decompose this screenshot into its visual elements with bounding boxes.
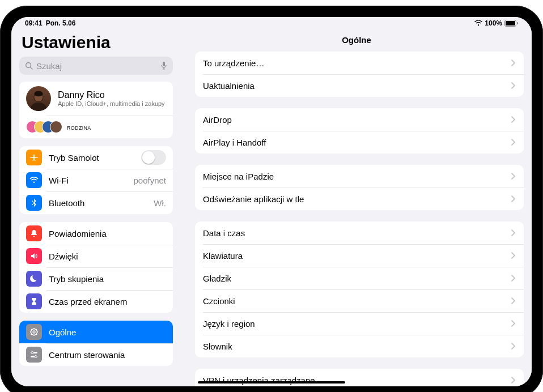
- search-icon: [25, 62, 33, 70]
- svg-line-4: [31, 67, 33, 70]
- svg-rect-5: [163, 62, 165, 66]
- detail-row[interactable]: AirDrop: [195, 108, 524, 131]
- family-row[interactable]: Rodzina: [19, 116, 173, 138]
- content-area: Ustawienia: [11, 29, 532, 386]
- sidebar-item-label: Czas przed ekranem: [49, 297, 166, 306]
- detail-group: AirDropAirPlay i Handoff: [195, 108, 524, 154]
- wifi-row-icon: [26, 172, 42, 188]
- detail-row-label: To urządzenie…: [203, 58, 511, 68]
- detail-row-label: AirPlay i Handoff: [203, 138, 511, 147]
- svg-point-24: [35, 356, 37, 358]
- chevron-right-icon: [511, 139, 516, 146]
- detail-row[interactable]: To urządzenie…: [195, 52, 524, 74]
- control-center-row[interactable]: Centrum sterowania: [19, 343, 173, 366]
- avatar: [26, 86, 51, 111]
- sidebar[interactable]: Ustawienia: [11, 29, 181, 386]
- svg-rect-2: [517, 22, 518, 24]
- svg-point-10: [34, 91, 43, 97]
- chevron-right-icon: [511, 195, 516, 202]
- detail-group: Data i czasKlawiaturaGładzikCzcionkiJęzy…: [195, 221, 524, 357]
- detail-row-label: Miejsce na iPadzie: [203, 172, 511, 181]
- detail-group: To urządzenie…Uaktualnienia: [195, 52, 524, 97]
- detail-row-label: Słownik: [203, 342, 511, 351]
- detail-row[interactable]: AirPlay i Handoff: [195, 131, 524, 154]
- chevron-right-icon: [511, 59, 516, 66]
- chevron-right-icon: [511, 320, 516, 327]
- svg-point-23: [31, 352, 33, 354]
- detail-row-label: Czcionki: [203, 296, 511, 306]
- ipad-frame: 09:41 Pon. 5.06 100% Ustawienia: [0, 6, 543, 392]
- focus-row[interactable]: Tryb skupienia: [19, 267, 173, 290]
- wifi-row[interactable]: Wi-Fi poofynet: [19, 169, 173, 191]
- sidebar-item-label: Dźwięki: [49, 252, 166, 261]
- detail-title: Ogólne: [181, 29, 532, 52]
- sounds-row[interactable]: Dźwięki: [19, 245, 173, 267]
- detail-pane[interactable]: Ogólne To urządzenie…UaktualnieniaAirDro…: [181, 29, 532, 386]
- detail-row-label: Uaktualnienia: [203, 81, 511, 91]
- detail-group: VPN i urządzenia zarządzane: [195, 369, 524, 386]
- account-group: Danny Rico Apple ID, iCloud+, multimedia…: [19, 82, 173, 138]
- detail-group: Miejsce na iPadzieOdświeżanie aplikacji …: [195, 165, 524, 210]
- home-indicator[interactable]: [198, 381, 345, 384]
- family-label: Rodzina: [67, 123, 166, 131]
- chevron-right-icon: [511, 116, 516, 123]
- gear-icon: [26, 324, 42, 340]
- detail-row[interactable]: VPN i urządzenia zarządzane: [195, 369, 524, 386]
- sliders-icon: [26, 347, 42, 363]
- detail-row-label: Klawiatura: [203, 251, 511, 261]
- detail-row-label: Data i czas: [203, 228, 511, 238]
- status-bar: 09:41 Pon. 5.06 100%: [11, 17, 532, 29]
- bell-icon: [26, 225, 42, 241]
- family-avatars: [26, 121, 62, 133]
- chevron-right-icon: [511, 297, 516, 304]
- system-group: Ogólne Centrum sterowania: [19, 321, 173, 366]
- airplane-row[interactable]: Tryb Samolot: [19, 146, 173, 169]
- detail-row[interactable]: Język i region: [195, 312, 524, 335]
- notifications-row[interactable]: Powiadomienia: [19, 222, 173, 245]
- detail-row[interactable]: Gładzik: [195, 267, 524, 289]
- hourglass-icon: [26, 293, 42, 309]
- account-subtitle: Apple ID, iCloud+, multimedia i zakupy: [58, 100, 165, 107]
- bluetooth-row[interactable]: Bluetooth Wł.: [19, 191, 173, 214]
- speaker-icon: [26, 248, 42, 264]
- apple-id-row[interactable]: Danny Rico Apple ID, iCloud+, multimedia…: [19, 82, 173, 116]
- sidebar-item-label: Tryb skupienia: [49, 274, 166, 284]
- notifications-group: Powiadomienia Dźwięki Tryb skupienia: [19, 222, 173, 313]
- general-row[interactable]: Ogólne: [19, 321, 173, 343]
- connectivity-group: Tryb Samolot Wi-Fi poofynet: [19, 146, 173, 214]
- detail-row[interactable]: Klawiatura: [195, 244, 524, 267]
- status-time: 09:41: [25, 19, 43, 27]
- sidebar-title: Ustawienia: [17, 29, 175, 57]
- search-field[interactable]: [19, 57, 173, 75]
- chevron-right-icon: [511, 252, 516, 259]
- chevron-right-icon: [511, 229, 516, 236]
- detail-row[interactable]: Odświeżanie aplikacji w tle: [195, 188, 524, 210]
- detail-row-label: Gładzik: [203, 274, 511, 283]
- chevron-right-icon: [511, 377, 516, 384]
- detail-row-label: Odświeżanie aplikacji w tle: [203, 194, 511, 204]
- detail-row[interactable]: Miejsce na iPadzie: [195, 165, 524, 188]
- status-battery: 100%: [485, 19, 502, 27]
- chevron-right-icon: [511, 275, 516, 282]
- detail-row-label: Język i region: [203, 319, 511, 329]
- sidebar-item-label: Powiadomienia: [49, 229, 166, 238]
- detail-row[interactable]: Czcionki: [195, 289, 524, 312]
- sidebar-item-label: Centrum sterowania: [49, 350, 166, 360]
- search-input[interactable]: [36, 61, 160, 71]
- battery-icon: [504, 20, 518, 27]
- svg-point-12: [33, 331, 35, 333]
- sidebar-item-label: Ogólne: [49, 327, 166, 337]
- airplane-switch[interactable]: [141, 150, 166, 165]
- screentime-row[interactable]: Czas przed ekranem: [19, 290, 173, 313]
- chevron-right-icon: [511, 173, 516, 180]
- detail-row[interactable]: Data i czas: [195, 221, 524, 244]
- sidebar-item-label: Wi-Fi: [49, 176, 129, 185]
- sidebar-item-label: Bluetooth: [49, 198, 149, 208]
- detail-row[interactable]: Uaktualnienia: [195, 74, 524, 97]
- airplane-icon: [26, 150, 42, 165]
- moon-icon: [26, 271, 42, 287]
- mic-icon[interactable]: [160, 61, 167, 70]
- chevron-right-icon: [511, 343, 516, 350]
- detail-row[interactable]: Słownik: [195, 335, 524, 357]
- screen: 09:41 Pon. 5.06 100% Ustawienia: [11, 17, 532, 386]
